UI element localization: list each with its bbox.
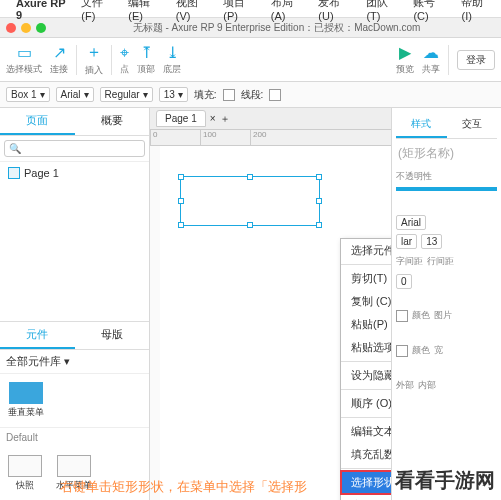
menu-team[interactable]: 团队 (T) (366, 0, 403, 22)
ctx-select-widget[interactable]: 选择元件▶ (341, 239, 391, 262)
select-icon: ▭ (17, 43, 32, 62)
tool-point[interactable]: ⌖点 (120, 44, 129, 76)
point-icon: ⌖ (120, 44, 129, 62)
selected-rectangle[interactable] (180, 176, 320, 226)
instruction-tip: 右键单击矩形形状，在菜单中选择「选择形 (60, 478, 307, 496)
canvas-area[interactable]: Page 1×＋ 0100200 选择元件▶ 剪切(T) 复制 (C) 粘贴(P… (150, 108, 391, 500)
border-color[interactable] (396, 345, 408, 357)
tab-interactions[interactable]: 交互 (447, 112, 498, 138)
zoom-button[interactable] (36, 23, 46, 33)
ctx-edit-text[interactable]: 编辑文本 (341, 420, 391, 443)
left-panel: 页面 概要 Page 1 元件 母版 全部元件库 ▾ 垂直菜单 Default … (0, 108, 150, 500)
menu-view[interactable]: 视图 (V) (176, 0, 214, 22)
tool-preview[interactable]: ▶预览 (396, 43, 414, 76)
format-bar: Box 1 ▾ Arial ▾ Regular ▾ 13 ▾ 填充: 线段: (0, 82, 501, 108)
window-title: 无标题 - Axure RP 9 Enterprise Edition：已授权：… (58, 21, 495, 35)
menu-project[interactable]: 项目 (P) (223, 0, 261, 22)
ctx-paste[interactable]: 粘贴(P) (341, 313, 391, 336)
font-weight[interactable]: Regular ▾ (100, 87, 153, 102)
ctx-transform-shape[interactable]: 变换形状▶ (341, 494, 391, 500)
connect-icon: ↗ (53, 43, 66, 62)
widget-vmenu[interactable]: 垂直菜单 (4, 378, 48, 423)
ctx-order[interactable]: 顺序 (O)▶ (341, 392, 391, 415)
minimize-button[interactable] (21, 23, 31, 33)
fill-color[interactable] (396, 310, 408, 322)
widget-snapshot[interactable]: 快照 (4, 451, 46, 496)
menu-help[interactable]: 帮助 (I) (461, 0, 495, 22)
fill-label: 填充: (194, 88, 217, 102)
close-button[interactable] (6, 23, 16, 33)
right-panel: 样式 交互 (矩形名称) 不透明性 Arial lar13 字间距行间距 0 颜… (391, 108, 501, 500)
default-section: Default (0, 427, 149, 447)
widget-name-field[interactable]: (矩形名称) (396, 139, 497, 168)
fill-swatch[interactable] (223, 89, 235, 101)
ctx-select-shape[interactable]: 选择形状▶ (341, 471, 391, 494)
tool-connect[interactable]: ↗连接 (50, 43, 68, 76)
tool-top[interactable]: ⤒顶部 (137, 43, 155, 76)
tool-select-mode[interactable]: ▭选择模式 (6, 43, 42, 76)
tab-outline[interactable]: 概要 (75, 108, 150, 135)
canvas-tab[interactable]: Page 1 (156, 110, 206, 127)
tab-style[interactable]: 样式 (396, 112, 447, 138)
preview-icon: ▶ (399, 43, 411, 62)
ctx-paste-opts[interactable]: 粘贴选项▶ (341, 336, 391, 359)
share-icon: ☁ (423, 43, 439, 62)
menu-publish[interactable]: 发布 (U) (318, 0, 356, 22)
opacity-label: 不透明性 (396, 168, 497, 185)
r-ls[interactable]: 0 (396, 274, 412, 289)
line-swatch[interactable] (269, 89, 281, 101)
r-size[interactable]: 13 (421, 234, 442, 249)
ctx-lorem[interactable]: 填充乱数假文 (341, 443, 391, 466)
tab-pages[interactable]: 页面 (0, 108, 75, 135)
watermark: 看看手游网 (395, 467, 495, 494)
ruler: 0100200 (150, 130, 391, 146)
menu-arrange[interactable]: 布局 (A) (271, 0, 309, 22)
top-icon: ⤒ (140, 43, 153, 62)
font-size[interactable]: 13 ▾ (159, 87, 188, 102)
login-button[interactable]: 登录 (457, 50, 495, 70)
menu-account[interactable]: 账号 (C) (413, 0, 451, 22)
close-tab-icon[interactable]: × (210, 113, 216, 124)
ctx-set-hidden[interactable]: 设为隐藏 (341, 364, 391, 387)
context-menu: 选择元件▶ 剪切(T) 复制 (C) 粘贴(P) 粘贴选项▶ 设为隐藏 顺序 (… (340, 238, 391, 500)
line-label: 线段: (241, 88, 264, 102)
traffic-lights (6, 23, 46, 33)
ctx-cut[interactable]: 剪切(T) (341, 267, 391, 290)
app-menu[interactable]: Axure RP 9 (16, 0, 71, 21)
main-toolbar: ▭选择模式 ↗连接 ＋插入 ⌖点 ⤒顶部 ⤓底层 ▶预览 ☁共享 登录 (0, 38, 501, 82)
tab-masters[interactable]: 母版 (75, 322, 150, 349)
font-family[interactable]: Arial ▾ (56, 87, 94, 102)
add-tab-icon[interactable]: ＋ (220, 112, 230, 126)
library-select[interactable]: 全部元件库 ▾ (0, 350, 149, 374)
bottom-icon: ⤓ (166, 43, 179, 62)
insert-icon: ＋ (86, 42, 102, 63)
page-icon (8, 167, 20, 179)
menu-edit[interactable]: 编辑 (E) (128, 0, 166, 22)
tool-share[interactable]: ☁共享 (422, 43, 440, 76)
menu-file[interactable]: 文件 (F) (81, 0, 118, 22)
ctx-copy[interactable]: 复制 (C) (341, 290, 391, 313)
tool-bottom[interactable]: ⤓底层 (163, 43, 181, 76)
page-item[interactable]: Page 1 (0, 162, 149, 184)
window-title-bar: 无标题 - Axure RP 9 Enterprise Edition：已授权：… (0, 18, 501, 38)
r-weight[interactable]: lar (396, 234, 417, 249)
tool-insert[interactable]: ＋插入 (85, 42, 103, 77)
tab-widgets[interactable]: 元件 (0, 322, 75, 349)
mac-menu-bar: Axure RP 9 文件 (F) 编辑 (E) 视图 (V) 项目 (P) 布… (0, 0, 501, 18)
widget-name[interactable]: Box 1 ▾ (6, 87, 50, 102)
page-search[interactable] (4, 140, 145, 157)
r-font[interactable]: Arial (396, 215, 426, 230)
